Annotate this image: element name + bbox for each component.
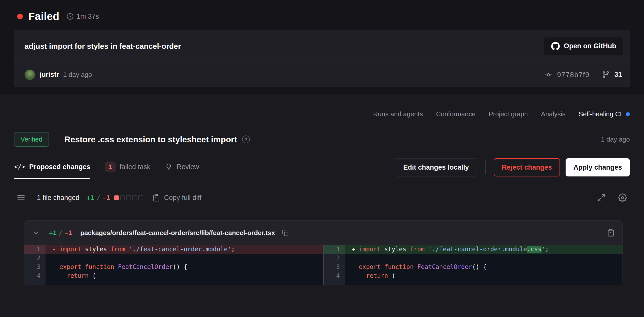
apply-changes-button[interactable]: Apply changes xyxy=(566,158,630,176)
diff-counts: +1 / −1 xyxy=(87,194,110,201)
commit-meta-row: juristr 1 day ago 9778b7f9 31 xyxy=(14,62,630,87)
nav-item-conformance[interactable]: Conformance xyxy=(436,110,476,118)
top-nav: Runs and agentsConformanceProject graphA… xyxy=(0,94,644,118)
code-icon: </> xyxy=(14,163,25,170)
failed-task-count-badge: 1 xyxy=(105,162,116,172)
tab-failed-task[interactable]: 1 failed task xyxy=(105,156,150,179)
diff-pane-padding xyxy=(324,280,623,285)
diff-density-squares xyxy=(114,195,143,200)
copy-full-diff-label: Copy full diff xyxy=(164,194,201,202)
diff-line: 1- import styles from './feat-cancel-ord… xyxy=(24,245,323,254)
line-number: 1 xyxy=(324,245,345,254)
diff-toolbar: 1 file changed +1 / −1 Copy full diff xyxy=(17,188,630,208)
tab-review-label: Review xyxy=(177,163,199,171)
commit-sha[interactable]: 9778b7f9 xyxy=(557,71,590,79)
actions-divider xyxy=(485,160,486,174)
nav-item-runs-and-agents[interactable]: Runs and agents xyxy=(373,110,423,118)
gear-icon[interactable] xyxy=(618,193,627,202)
code-text: return ( xyxy=(345,271,623,280)
commit-refs: 9778b7f9 31 xyxy=(544,71,622,79)
run-duration: 1m 37s xyxy=(77,13,99,20)
line-number: 2 xyxy=(24,254,46,263)
clock-icon xyxy=(67,13,74,20)
fix-actions: Edit changes locally Reject changes Appl… xyxy=(395,156,630,179)
density-square xyxy=(138,195,143,200)
edit-changes-locally-button[interactable]: Edit changes locally xyxy=(395,158,477,176)
file-deletions-count: −1 xyxy=(65,229,72,237)
line-number: 3 xyxy=(324,263,345,271)
reject-changes-button[interactable]: Reject changes xyxy=(494,158,560,176)
status-label: Failed xyxy=(28,10,59,22)
status-row: Failed 1m 37s xyxy=(14,9,630,24)
tab-proposed-changes[interactable]: </> Proposed changes xyxy=(14,156,90,179)
density-square xyxy=(126,195,131,200)
expand-icon[interactable] xyxy=(597,193,606,202)
diff-split-view: 1- import styles from './feat-cancel-ord… xyxy=(24,245,622,285)
commit-time: 1 day ago xyxy=(63,71,92,79)
diff-panel: +1 / −1 packages/orders/feat-cancel-orde… xyxy=(24,220,623,285)
line-number: 2 xyxy=(324,254,345,263)
gutter-padding xyxy=(24,280,46,285)
copy-file-diff-icon[interactable] xyxy=(607,229,615,237)
diff-pane-before: 1- import styles from './feat-cancel-ord… xyxy=(24,245,323,285)
author-avatar xyxy=(25,70,35,80)
commit-title-row: adjust import for styles in feat-cancel-… xyxy=(14,30,630,62)
notification-dot xyxy=(626,112,630,116)
nav-item-self-healing-ci[interactable]: Self-healing CI xyxy=(578,110,630,118)
commit-card: adjust import for styles in feat-cancel-… xyxy=(14,30,630,87)
gutter-padding xyxy=(324,280,345,285)
open-on-github-label: Open on GitHub xyxy=(564,42,616,50)
copy-full-diff-button[interactable]: Copy full diff xyxy=(152,194,201,202)
open-on-github-button[interactable]: Open on GitHub xyxy=(544,37,624,55)
file-diff-counts: +1 / −1 xyxy=(49,229,72,237)
fix-tabs-row: </> Proposed changes 1 failed task Revie… xyxy=(14,156,630,179)
fix-title: Restore .css extension to stylesheet imp… xyxy=(65,135,237,144)
lightbulb-icon xyxy=(165,163,173,171)
diff-line: 2 xyxy=(24,254,323,263)
file-counts-separator: / xyxy=(59,229,62,237)
code-padding xyxy=(345,280,623,285)
line-number: 3 xyxy=(24,263,46,271)
code-padding xyxy=(46,280,323,285)
files-changed-summary: 1 file changed xyxy=(37,194,79,202)
code-text xyxy=(345,254,623,263)
github-icon xyxy=(551,42,560,51)
diff-line: 1+ import styles from './feat-cancel-ord… xyxy=(324,245,623,254)
diff-pane-after: 1+ import styles from './feat-cancel-ord… xyxy=(324,245,623,285)
branch-icon xyxy=(602,71,610,79)
fix-heading-row: Verified Restore .css extension to style… xyxy=(14,132,630,147)
code-text: - import styles from './feat-cancel-orde… xyxy=(46,245,323,254)
verified-badge: Verified xyxy=(14,132,49,147)
code-text: export function FeatCancelOrder() { xyxy=(46,263,323,271)
copy-path-icon[interactable] xyxy=(282,230,289,236)
file-list-menu-icon[interactable] xyxy=(17,193,25,202)
status-failed-dot xyxy=(17,14,23,19)
line-number: 4 xyxy=(324,271,345,280)
tab-proposed-changes-label: Proposed changes xyxy=(29,163,90,171)
code-text: export function FeatCancelOrder() { xyxy=(345,263,623,271)
diff-file-header: +1 / −1 packages/orders/feat-cancel-orde… xyxy=(24,221,622,245)
file-additions-count: +1 xyxy=(49,229,57,237)
diff-line: 3 export function FeatCancelOrder() { xyxy=(324,263,623,271)
diff-line: 4 return ( xyxy=(24,271,323,280)
deletions-count: −1 xyxy=(102,194,110,201)
density-square xyxy=(132,195,137,200)
density-square xyxy=(114,195,119,200)
code-text: return ( xyxy=(46,271,323,280)
help-icon[interactable] xyxy=(242,135,250,143)
code-text xyxy=(46,254,323,263)
line-number: 1 xyxy=(24,245,46,254)
commit-icon xyxy=(544,71,552,79)
diff-line: 3 export function FeatCancelOrder() { xyxy=(24,263,323,271)
chevron-down-icon[interactable] xyxy=(32,229,39,236)
clipboard-icon xyxy=(152,194,160,202)
diff-line: 2 xyxy=(324,254,623,263)
tab-review[interactable]: Review xyxy=(165,156,199,179)
tab-failed-task-label: failed task xyxy=(120,163,151,171)
nav-item-project-graph[interactable]: Project graph xyxy=(489,110,528,118)
diff-toolbar-right xyxy=(597,193,627,202)
diff-line: 4 return ( xyxy=(324,271,623,280)
additions-count: +1 xyxy=(87,194,94,201)
author-name: juristr xyxy=(40,71,59,79)
nav-item-analysis[interactable]: Analysis xyxy=(541,110,566,118)
